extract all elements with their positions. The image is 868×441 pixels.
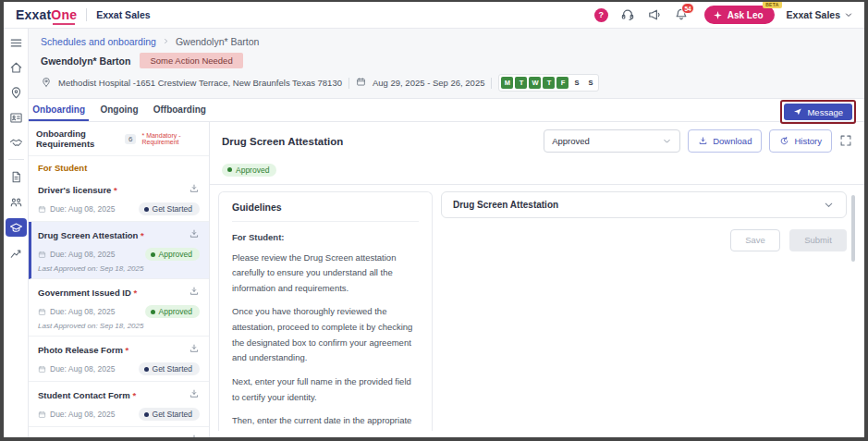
due-date: Due: Aug 08, 2025 — [50, 250, 115, 259]
mandatory-asterisk: * — [141, 230, 144, 240]
support-headset-icon[interactable] — [620, 7, 635, 22]
history-button[interactable]: History — [769, 129, 832, 153]
sidebar-item-directory-icon[interactable] — [6, 109, 25, 126]
history-icon — [779, 136, 789, 146]
app-window: ExxatOne Exxat Sales ? 54 Ask Leo BETA — [0, 0, 868, 441]
tabs-row: Onboarding Ongoing Offboarding Message — [29, 99, 864, 122]
requirement-item-tuberculosis[interactable]: Tuberculosis (TB) * Due: Aug 08, 2025 Ge… — [29, 427, 209, 437]
mandatory-note: * Mandatory - Requirement — [141, 132, 202, 145]
message-button-label: Message — [807, 107, 843, 117]
requirement-name: Student Contact Form — [38, 390, 130, 400]
download-icon[interactable] — [189, 227, 200, 243]
logo-exxat-text: Exxat — [16, 7, 51, 22]
sidebar-item-reports-icon[interactable] — [6, 245, 25, 262]
exxat-one-logo: ExxatOne — [16, 7, 77, 22]
requirement-name: Driver's licensure — [38, 185, 111, 195]
sidebar-item-locations-icon[interactable] — [6, 84, 25, 101]
due-date: Due: Aug 08, 2025 — [50, 204, 115, 214]
mandatory-asterisk: * — [114, 185, 117, 195]
requirements-header: Onboarding Requirements 6 * Mandatory - … — [29, 122, 209, 156]
guidelines-heading-student: For Student: — [232, 232, 419, 242]
menu-hamburger-icon[interactable] — [6, 34, 25, 51]
mandatory-asterisk: * — [115, 435, 118, 438]
notification-badge: 54 — [681, 3, 693, 14]
logo-area: ExxatOne Exxat Sales — [16, 7, 151, 22]
breadcrumb-link-schedules[interactable]: Schedules and onboarding — [41, 36, 156, 47]
requirement-name: Government Issued ID — [38, 288, 131, 298]
status-pill: Approved — [145, 248, 200, 261]
requirement-name: Tuberculosis (TB) — [38, 435, 112, 438]
status-select[interactable]: Approved — [544, 129, 680, 153]
guidelines-paragraph: Then, enter the current date in the appr… — [232, 413, 419, 431]
calendar-icon — [356, 77, 366, 89]
due-date: Due: Aug 08, 2025 — [50, 410, 115, 419]
status-pill: Get Started — [139, 408, 200, 421]
fullscreen-expand-icon[interactable] — [839, 134, 853, 148]
guidelines-paragraph: Please review the Drug Screen attestatio… — [232, 251, 419, 297]
beta-badge: BETA — [763, 1, 781, 8]
ask-leo-button[interactable]: Ask Leo BETA — [704, 6, 775, 24]
requirement-item-government-issued-id[interactable]: Government Issued ID * Due: Aug 08, 2025… — [29, 279, 209, 337]
day-chip-saturday: S — [570, 77, 582, 89]
submit-button[interactable]: Submit — [789, 229, 847, 251]
location-text: Methodist Hospital -1651 Crestview Terra… — [58, 78, 342, 88]
attestation-accordion[interactable]: Drug Screen Attestation — [441, 191, 847, 218]
notifications-bell-icon[interactable]: 54 — [674, 7, 689, 22]
chevron-down-icon — [823, 199, 835, 211]
tab-ongoing[interactable]: Ongoing — [89, 99, 149, 121]
sidebar-item-documents-icon[interactable] — [6, 168, 25, 185]
download-button[interactable]: Download — [688, 129, 762, 153]
requirements-group-label: For Student — [29, 156, 209, 177]
attestation-form-area: Drug Screen Attestation Save Submit — [441, 191, 856, 432]
vertical-scrollbar[interactable] — [851, 195, 855, 262]
last-approved-text: Last Approved on: Sep 18, 2025 — [38, 322, 200, 330]
status-pill: Approved — [145, 305, 200, 318]
requirement-item-drug-screen-attestation[interactable]: Drug Screen Attestation * Due: Aug 08, 2… — [29, 222, 209, 279]
divider — [491, 78, 492, 89]
guidelines-card: Guidelines For Student: Please review th… — [218, 191, 433, 432]
date-range-text: Aug 29, 2025 - Sep 26, 2025 — [373, 78, 485, 88]
chevron-down-icon — [662, 136, 672, 146]
day-chip-monday: M — [501, 77, 513, 89]
placement-info-row: Methodist Hospital -1651 Crestview Terra… — [29, 68, 864, 98]
sidebar-item-people-icon[interactable] — [6, 193, 25, 210]
location-pin-icon — [41, 77, 52, 90]
download-icon[interactable] — [189, 432, 200, 437]
requirement-item-student-contact-form[interactable]: Student Contact Form * Due: Aug 08, 2025… — [29, 382, 209, 427]
download-icon[interactable] — [189, 284, 200, 300]
save-button[interactable]: Save — [730, 229, 780, 251]
mandatory-asterisk: * — [132, 390, 136, 400]
sidebar-item-home-icon[interactable] — [6, 59, 25, 76]
student-name: Gwendolyn* Barton — [41, 55, 130, 67]
sidebar-divider — [8, 159, 24, 160]
sidebar-item-partnerships-icon[interactable] — [6, 134, 25, 151]
annotation-highlight-box: Message — [780, 100, 856, 124]
top-actions: ? 54 Ask Leo BETA Exxat Sales — [594, 6, 853, 24]
send-icon — [793, 107, 802, 116]
weekday-chips: M T W T F S S — [498, 74, 599, 92]
accordion-title: Drug Screen Attestation — [453, 200, 558, 210]
sidebar-item-student-onboarding-icon[interactable] — [6, 218, 27, 237]
mandatory-asterisk: * — [133, 288, 137, 298]
guidelines-title: Guidelines — [232, 202, 419, 222]
breadcrumb-current: Gwendolyn* Barton — [176, 36, 259, 47]
detail-status-pill: Approved — [222, 164, 276, 177]
download-icon[interactable] — [189, 181, 200, 198]
account-dropdown[interactable]: Exxat Sales — [787, 9, 853, 20]
tab-offboarding[interactable]: Offboarding — [150, 99, 210, 121]
message-button[interactable]: Message — [784, 104, 852, 120]
guidelines-paragraph: Next, enter your full name in the provid… — [232, 374, 419, 405]
announcements-megaphone-icon[interactable] — [647, 7, 662, 22]
student-header: Gwendolyn* Barton Some Action Needed — [29, 47, 864, 68]
help-icon[interactable]: ? — [594, 8, 608, 22]
due-date: Due: Aug 08, 2025 — [50, 364, 115, 374]
download-icon[interactable] — [189, 341, 200, 358]
tab-onboarding[interactable]: Onboarding — [29, 99, 89, 121]
requirement-item-drivers-licensure[interactable]: Driver's licensure * Due: Aug 08, 2025 G… — [29, 177, 209, 222]
tabs: Onboarding Ongoing Offboarding — [29, 99, 210, 121]
download-icon[interactable] — [189, 386, 200, 403]
status-pill: Get Started — [139, 362, 200, 375]
chevron-down-icon — [844, 10, 853, 19]
requirement-item-photo-release-form[interactable]: Photo Release Form * Due: Aug 08, 2025 G… — [29, 337, 209, 382]
main-area: Schedules and onboarding Gwendolyn* Bart… — [29, 29, 864, 437]
